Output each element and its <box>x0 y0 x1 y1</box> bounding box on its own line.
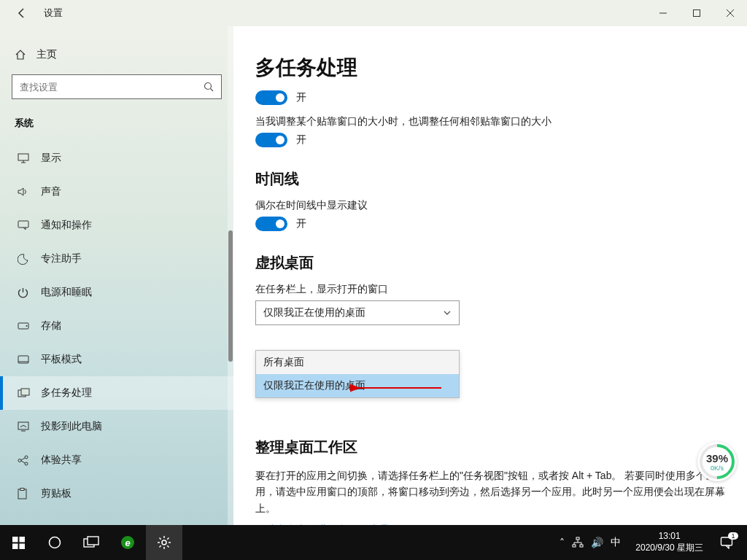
svg-rect-27 <box>19 543 25 549</box>
svg-rect-25 <box>19 537 25 542</box>
svg-rect-22 <box>20 489 24 491</box>
svg-line-40 <box>160 545 161 547</box>
sidebar-item-label: 平板模式 <box>41 353 82 366</box>
close-button[interactable] <box>713 0 747 26</box>
settings-window: 设置 主页 系统 <box>0 0 747 525</box>
home-link[interactable]: 主页 <box>12 44 222 74</box>
toggle-label: 开 <box>296 91 306 104</box>
chevron-down-icon <box>443 308 452 317</box>
minimize-button[interactable] <box>646 0 680 26</box>
taskbar-clock[interactable]: 13:01 2020/9/30 星期三 <box>628 531 711 553</box>
sidebar-item-label: 体验共享 <box>41 454 82 467</box>
dropdown-list: 所有桌面 仅限我正在使用的桌面 <box>255 350 460 398</box>
clipboard-icon <box>18 488 31 499</box>
tray-ime[interactable]: 中 <box>611 536 621 549</box>
toggle-snap[interactable]: 开 <box>255 90 725 105</box>
sidebar-item-clipboard[interactable]: 剪贴板 <box>0 477 233 510</box>
multitasking-icon <box>18 388 31 398</box>
section-virtual-desktop: 虚拟桌面 <box>255 253 725 273</box>
perf-speed: 0K/s <box>711 464 724 472</box>
focus-assist-icon <box>18 254 31 265</box>
svg-point-28 <box>50 537 61 548</box>
tray-volume-icon[interactable]: 🔊 <box>591 537 603 548</box>
sidebar-item-notifications[interactable]: 通知和操作 <box>0 209 233 242</box>
section-organize: 整理桌面工作区 <box>255 438 725 457</box>
titlebar: 设置 <box>0 0 747 26</box>
svg-rect-4 <box>18 154 28 160</box>
taskview-button[interactable] <box>73 525 109 560</box>
toggle-timeline[interactable]: 开 <box>255 217 725 231</box>
svg-rect-1 <box>694 10 700 17</box>
sidebar-item-tablet[interactable]: 平板模式 <box>0 343 233 376</box>
svg-rect-30 <box>88 537 98 545</box>
power-icon <box>18 287 31 298</box>
toggle-label: 开 <box>296 133 306 147</box>
toggle-label: 开 <box>296 217 306 230</box>
svg-line-3 <box>211 89 214 92</box>
sidebar-scrollbar[interactable] <box>228 26 233 525</box>
taskbar-windows-dropdown[interactable]: 仅限我正在使用的桌面 <box>255 300 460 325</box>
toggle-switch[interactable] <box>255 90 287 105</box>
svg-point-17 <box>25 456 28 459</box>
sidebar-item-storage[interactable]: 存储 <box>0 309 233 343</box>
sidebar-item-label: 通知和操作 <box>41 219 92 232</box>
svg-rect-7 <box>18 221 28 228</box>
resize-description: 当我调整某个贴靠窗口的大小时，也调整任何相邻贴靠窗口的大小 <box>255 115 725 128</box>
settings-task-button[interactable] <box>146 525 182 560</box>
svg-line-41 <box>167 538 169 540</box>
tray-up-icon[interactable]: ˄ <box>560 537 565 548</box>
browser-button[interactable]: e <box>109 525 146 560</box>
taskbar: e ˄ 🔊 中 13:01 2020/9/30 星期三 1 <box>0 525 747 560</box>
search-input[interactable] <box>20 82 204 93</box>
sidebar-item-shared[interactable]: 体验共享 <box>0 443 233 477</box>
perf-overlay[interactable]: 39% 0K/s <box>697 442 737 481</box>
svg-line-39 <box>167 545 169 547</box>
system-tray[interactable]: ˄ 🔊 中 <box>552 536 628 549</box>
sound-icon <box>18 187 31 197</box>
notification-count: 1 <box>728 532 738 540</box>
sidebar: 主页 系统 显示声音通知和操作专注助手电源和睡眠存储平板模式多任务处理投影到此电… <box>0 26 233 525</box>
sidebar-item-sound[interactable]: 声音 <box>0 175 233 209</box>
sidebar-item-label: 剪贴板 <box>41 487 71 500</box>
sidebar-item-multitasking[interactable]: 多任务处理 <box>0 376 233 410</box>
svg-point-16 <box>18 459 21 462</box>
clock-time: 13:01 <box>635 531 703 542</box>
back-button[interactable] <box>13 4 31 22</box>
dropdown-option-current[interactable]: 仅限我正在使用的桌面 <box>256 374 459 397</box>
sidebar-item-label: 声音 <box>41 185 61 198</box>
search-icon <box>204 82 214 92</box>
maximize-button[interactable] <box>680 0 713 26</box>
sidebar-item-display[interactable]: 显示 <box>0 141 233 175</box>
scrollbar-thumb[interactable] <box>228 230 233 362</box>
svg-rect-24 <box>12 537 18 542</box>
svg-line-38 <box>160 538 161 540</box>
toggle-resize[interactable]: 开 <box>255 133 725 147</box>
sidebar-item-projecting[interactable]: 投影到此电脑 <box>0 410 233 443</box>
display-icon <box>18 153 31 163</box>
svg-rect-43 <box>573 545 576 547</box>
home-icon <box>15 49 26 61</box>
dropdown-option-all[interactable]: 所有桌面 <box>256 351 459 374</box>
svg-rect-42 <box>576 537 579 540</box>
svg-rect-44 <box>580 545 583 547</box>
toggle-switch[interactable] <box>255 133 287 147</box>
sidebar-item-focus-assist[interactable]: 专注助手 <box>0 242 233 276</box>
timeline-description: 偶尔在时间线中显示建议 <box>255 199 725 212</box>
tray-network-icon[interactable] <box>572 537 584 548</box>
svg-line-19 <box>21 458 25 460</box>
toggle-switch[interactable] <box>255 217 287 231</box>
action-center-button[interactable]: 1 <box>711 525 743 560</box>
search-box[interactable] <box>12 74 222 99</box>
cortana-button[interactable] <box>36 525 73 560</box>
sidebar-item-power[interactable]: 电源和睡眠 <box>0 276 233 309</box>
clock-date: 2020/9/30 星期三 <box>635 542 703 554</box>
start-button[interactable] <box>0 525 36 560</box>
perf-percent: 39% <box>706 452 728 464</box>
sidebar-item-label: 专注助手 <box>41 252 82 265</box>
nav-list: 显示声音通知和操作专注助手电源和睡眠存储平板模式多任务处理投影到此电脑体验共享剪… <box>12 141 222 510</box>
notifications-icon <box>18 220 31 230</box>
home-label: 主页 <box>36 48 57 61</box>
dropdown-value: 仅限我正在使用的桌面 <box>263 306 365 319</box>
organize-description: 要在打开的应用之间切换，请选择任务栏上的"任务视图"按钮，或者按 Alt + T… <box>255 467 725 516</box>
sidebar-item-label: 存储 <box>41 319 61 332</box>
